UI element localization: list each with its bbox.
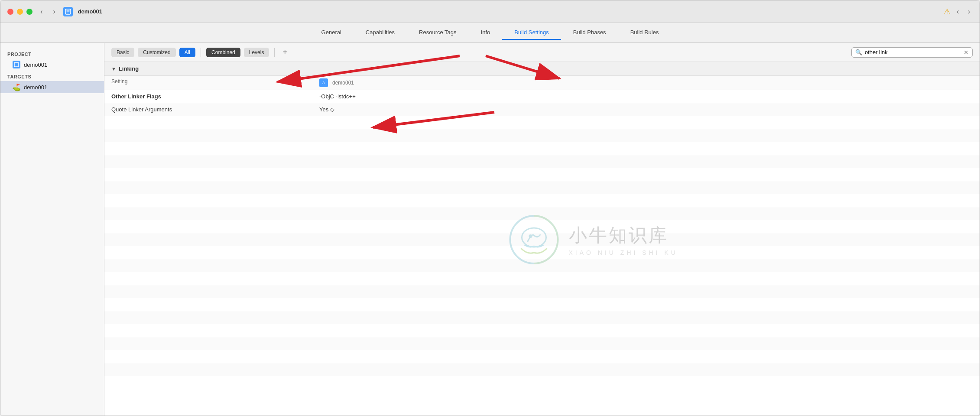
empty-row (104, 116, 980, 129)
empty-row (104, 181, 980, 194)
forward-button[interactable]: › (50, 6, 58, 17)
tab-capabilities[interactable]: Capabilities (354, 26, 407, 40)
empty-row (104, 311, 980, 324)
empty-row (104, 272, 980, 285)
table-row: Quote Linker Arguments Yes ◇ (104, 103, 980, 116)
target-item-label: demo001 (24, 84, 47, 91)
empty-row (104, 246, 980, 259)
search-box: 🔍 ✕ (851, 47, 973, 58)
all-filter-button[interactable]: All (179, 48, 195, 57)
filter-divider (201, 48, 201, 57)
value-other-linker-flags[interactable]: -ObjC -lstdc++ (312, 91, 980, 102)
empty-row (104, 259, 980, 272)
basic-filter-button[interactable]: Basic (111, 48, 134, 57)
filterbar: Basic Customized All Combined Levels + 🔍… (104, 43, 980, 62)
table-row: Other Linker Flags -ObjC -lstdc++ (104, 90, 980, 103)
tab-info[interactable]: Info (469, 26, 503, 40)
empty-row (104, 168, 980, 181)
target-icon: ⛳ (13, 83, 20, 91)
tab-resource-tags[interactable]: Resource Tags (407, 26, 468, 40)
warning-icon: ⚠ (944, 7, 951, 16)
section-toggle[interactable]: ▼ (111, 66, 116, 72)
table-area: ▼ Linking Setting A demo001 Other Linker… (104, 62, 980, 416)
col-value-label: demo001 (332, 80, 354, 86)
col-header-value: A demo001 (312, 76, 980, 90)
empty-row (104, 220, 980, 233)
back-button[interactable]: ‹ (38, 6, 45, 17)
filter-divider-2 (274, 48, 275, 57)
window-title: demo001 (78, 8, 102, 15)
sidebar-item-project[interactable]: demo001 (0, 58, 104, 71)
search-input[interactable] (865, 49, 961, 55)
content-area: Basic Customized All Combined Levels + 🔍… (104, 43, 980, 416)
main-layout: PROJECT demo001 TARGETS ⛳ demo001 Basic … (0, 43, 980, 416)
titlebar: ‹ › demo001 ⚠ ‹ › (0, 0, 980, 23)
sidebar-item-target[interactable]: ⛳ demo001 (0, 81, 104, 93)
project-section-label: PROJECT (0, 48, 104, 58)
empty-row (104, 194, 980, 207)
col-header-setting: Setting (104, 76, 312, 90)
nav-next-button[interactable]: › (965, 6, 973, 17)
setting-other-linker-flags: Other Linker Flags (104, 91, 312, 102)
traffic-lights (7, 9, 32, 15)
empty-row (104, 233, 980, 246)
tab-build-rules[interactable]: Build Rules (618, 26, 671, 40)
empty-row (104, 337, 980, 350)
project-item-label: demo001 (24, 62, 47, 68)
empty-row (104, 155, 980, 168)
close-button[interactable] (7, 9, 13, 15)
empty-row (104, 350, 980, 363)
targets-section-label: TARGETS (0, 71, 104, 81)
minimize-button[interactable] (17, 9, 23, 15)
customized-filter-button[interactable]: Customized (138, 48, 175, 57)
setting-quote-linker: Quote Linker Arguments (104, 104, 312, 115)
empty-row (104, 285, 980, 298)
tab-bar: General Capabilities Resource Tags Info … (0, 23, 980, 43)
empty-row (104, 324, 980, 337)
section-title: Linking (119, 65, 139, 72)
project-file-icon (13, 61, 20, 68)
tab-build-settings[interactable]: Build Settings (502, 26, 561, 40)
nav-prev-button[interactable]: ‹ (954, 6, 961, 17)
content-wrapper: Basic Customized All Combined Levels + 🔍… (104, 43, 980, 416)
value-quote-linker[interactable]: Yes ◇ (312, 104, 980, 115)
tab-general[interactable]: General (309, 26, 354, 40)
svg-rect-1 (14, 62, 19, 67)
empty-row (104, 142, 980, 155)
combined-filter-button[interactable]: Combined (206, 48, 240, 57)
table-header: Setting A demo001 (104, 76, 980, 90)
search-icon: 🔍 (855, 49, 862, 55)
sidebar: PROJECT demo001 TARGETS ⛳ demo001 (0, 43, 104, 416)
empty-row (104, 129, 980, 142)
project-icon (63, 7, 73, 16)
empty-row (104, 207, 980, 220)
tab-build-phases[interactable]: Build Phases (561, 26, 618, 40)
section-header-linking: ▼ Linking (104, 62, 980, 76)
app-window: ‹ › demo001 ⚠ ‹ › General Capabilities R… (0, 0, 980, 416)
search-clear-button[interactable]: ✕ (964, 49, 969, 56)
empty-row (104, 363, 980, 376)
empty-row (104, 298, 980, 311)
add-filter-button[interactable]: + (280, 48, 290, 57)
levels-filter-button[interactable]: Levels (244, 48, 269, 57)
maximize-button[interactable] (26, 9, 32, 15)
titlebar-right: ⚠ ‹ › (944, 6, 973, 17)
col-value-icon: A (319, 78, 328, 87)
